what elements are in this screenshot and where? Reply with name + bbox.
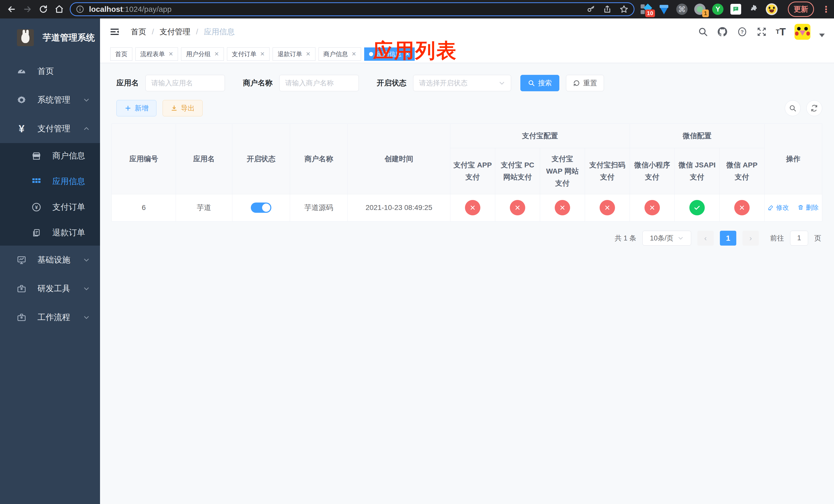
show-search-toggle-button[interactable] [785,100,801,116]
sidebar-item-label: 支付管理 [38,123,72,134]
search-button[interactable]: 搜索 [520,75,559,91]
sidebar-item-infra[interactable]: 基础设施 [0,246,100,274]
cross-icon [599,200,615,215]
forward-icon[interactable] [20,1,36,17]
gem-extension-icon[interactable] [658,3,670,15]
font-size-icon[interactable]: TT [776,26,786,38]
export-button[interactable]: 导出 [162,100,203,116]
cross-icon [510,200,525,215]
help-icon[interactable]: ? [737,26,748,37]
channel-status-cell [675,194,720,221]
extension-badge: 10 [645,9,655,17]
back-icon[interactable] [4,1,20,17]
y-extension-icon[interactable]: Y [712,3,724,15]
tab-home[interactable]: 首页 [110,47,132,61]
sidebar-collapse-icon[interactable] [109,26,120,37]
cell-merchant: 芋道源码 [290,194,348,221]
table-group-header-row: 应用编号 应用名 开启状态 商户名称 创建时间 支付宝配置 微信配置 操作 [112,124,822,148]
browser-menu-icon[interactable]: ⋮ [822,4,830,14]
extension-badge-2: 1 [702,9,709,17]
tab-refund-order[interactable]: 退款订单✕ [272,47,315,61]
refresh-table-button[interactable] [806,100,822,116]
col-app-name: 应用名 [176,124,232,194]
page-content: 应用名 商户名称 开启状态 请选择开启状态 搜索 重置 [100,63,834,504]
share-icon[interactable] [603,5,612,14]
prev-page-button[interactable]: ‹ [697,231,714,246]
tab-pay-order[interactable]: 支付订单✕ [227,47,269,61]
add-button[interactable]: 新增 [116,100,156,116]
user-menu-caret-icon[interactable] [819,33,825,37]
active-dot [369,52,373,56]
address-bar[interactable]: localhost:1024/pay/app [70,2,635,16]
bookmark-star-icon[interactable] [619,5,629,14]
sidebar-item-pay-order[interactable]: ¥ 支付订单 [0,194,100,220]
pagination: 共 1 条 10条/页 ‹ 1 › 前往 页 [100,222,834,246]
app-name-label: 应用名 [116,78,139,88]
document-copy-icon [31,228,42,238]
puzzle-extensions-icon[interactable] [748,3,760,15]
briefcase-icon [16,284,27,294]
profile-emoji-icon[interactable] [766,3,777,15]
edit-link[interactable]: 修改 [768,203,789,212]
cross-icon [734,200,750,215]
reload-icon[interactable] [36,1,51,17]
tab-user-group[interactable]: 用户分组✕ [181,47,224,61]
page-size-select[interactable]: 10条/页 [642,231,691,246]
sidebar-item-system[interactable]: 系统管理 [0,86,100,114]
channel-status-cell [495,194,540,221]
password-key-icon[interactable] [587,5,595,14]
sidebar-item-pay[interactable]: ¥ 支付管理 [0,114,100,143]
goto-page-input[interactable] [790,231,808,246]
tab-process-form[interactable]: 流程表单✕ [135,47,178,61]
sidebar-logo[interactable]: 芋道管理系统 [0,19,100,57]
breadcrumb-pay[interactable]: 支付管理 [159,27,190,37]
next-page-button[interactable]: › [743,231,759,246]
chat-extension-icon[interactable] [730,3,742,15]
app-title: 芋道管理系统 [43,32,95,44]
close-icon[interactable]: ✕ [306,51,310,58]
svg-text:?: ? [741,29,744,35]
delete-link[interactable]: 删除 [797,203,819,212]
col-alipay-app: 支付宝 APP 支付 [450,148,495,194]
status-label: 开启状态 [377,78,407,88]
col-wechat-jsapi: 微信 JSAPI 支付 [675,148,720,194]
app-root: 芋道管理系统 首页 系统管理 ¥ 支付管理 [0,19,834,504]
close-icon[interactable]: ✕ [260,51,265,58]
close-icon[interactable]: ✕ [352,51,356,58]
url-path: :1024/pay/app [123,5,172,14]
col-wechat-mini: 微信小程序支付 [630,148,675,194]
user-avatar[interactable] [794,24,810,40]
sidebar-item-home[interactable]: 首页 [0,57,100,86]
chevron-down-icon [83,97,90,103]
merchant-name-input[interactable] [279,75,359,91]
cross-icon [555,200,570,215]
status-toggle[interactable] [251,203,271,213]
sidebar-item-workflow[interactable]: 工作流程 [0,303,100,332]
page-1-button[interactable]: 1 [720,231,736,246]
home-icon[interactable] [51,1,67,17]
col-created: 创建时间 [348,124,450,194]
app-name-input[interactable] [146,75,225,91]
cell-app-id: 6 [112,194,176,221]
close-icon[interactable]: ✕ [214,51,219,58]
recorder-extension-icon[interactable]: 1 [694,3,706,15]
channel-status-cell [585,194,630,221]
site-info-icon[interactable] [76,5,84,14]
search-icon[interactable] [698,27,708,37]
fullscreen-icon[interactable] [756,26,767,37]
reset-button[interactable]: 重置 [566,75,604,91]
tab-merchant-info[interactable]: 商户信息✕ [319,47,361,61]
status-select[interactable]: 请选择开启状态 [413,75,511,91]
sidebar-item-merchant-info[interactable]: 商户信息 [0,143,100,169]
sidebar-item-dev-tools[interactable]: 研发工具 [0,274,100,303]
browser-update-button[interactable]: 更新 [788,2,814,17]
github-icon[interactable] [717,26,728,38]
dashboard-icon [16,66,27,76]
command-extension-icon[interactable]: ⌘ [676,3,688,15]
close-icon[interactable]: ✕ [169,51,173,58]
breadcrumb-home[interactable]: 首页 [131,27,146,37]
sidebar-item-refund-order[interactable]: 退款订单 [0,220,100,246]
sidebar-item-app-info[interactable]: 应用信息 [0,169,100,194]
url-host: localhost [89,5,123,14]
pinned-extension-icon[interactable]: 10 [640,3,652,15]
